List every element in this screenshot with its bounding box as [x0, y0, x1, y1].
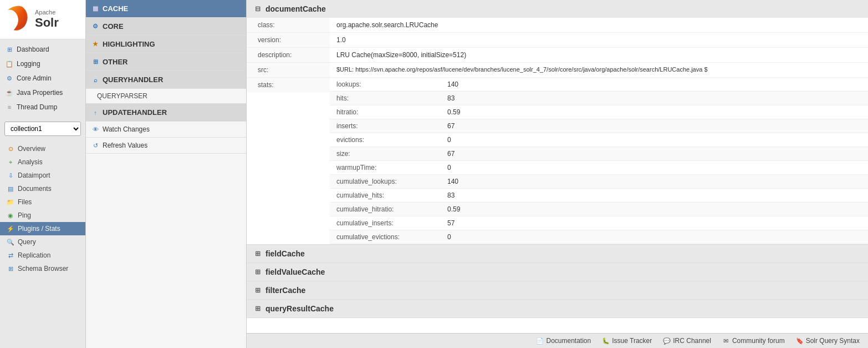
stat-row-warmup: warmupTime: 0: [330, 161, 868, 175]
other-label: OTHER: [103, 58, 128, 66]
document-cache-section: ⊟ documentCache class: org.apache.solr.s…: [247, 0, 868, 245]
document-cache-header[interactable]: ⊟ documentCache: [247, 0, 868, 18]
main-nav: ⊞ Dashboard 📋 Logging ⚙ Core Admin ☕ Jav…: [0, 39, 85, 117]
version-label: version:: [247, 33, 330, 47]
collection-nav-replication[interactable]: ⇄ Replication: [0, 249, 85, 262]
sidebar-item-dashboard[interactable]: ⊞ Dashboard: [0, 42, 85, 57]
syntax-icon: 🔖: [796, 337, 804, 345]
cum-lookups-key: cumulative_lookups:: [330, 175, 441, 188]
watch-changes-action[interactable]: 👁 Watch Changes: [86, 122, 246, 138]
core-header[interactable]: ⚙ CORE: [86, 18, 246, 35]
left-sidebar: Apache Solr ⊞ Dashboard 📋 Logging ⚙ Core…: [0, 0, 86, 348]
sidebar-item-core-admin[interactable]: ⚙ Core Admin: [0, 71, 85, 85]
apache-label: Apache: [35, 9, 59, 16]
filter-cache-header[interactable]: ⊞ filterCache: [247, 281, 868, 299]
stats-label: stats:: [247, 78, 330, 92]
field-value-cache-title: fieldValueCache: [265, 268, 325, 276]
analysis-icon: ⌖: [7, 158, 14, 166]
solr-query-syntax-link[interactable]: 🔖 Solr Query Syntax: [796, 337, 860, 345]
files-icon: 📁: [7, 198, 14, 206]
cache-row-src: src: $URL: https://svn.apache.org/repos/…: [247, 63, 868, 78]
collection-nav-dataimport[interactable]: ⇩ Dataimport: [0, 169, 85, 182]
collection-nav-documents[interactable]: ▤ Documents: [0, 182, 85, 195]
collection-nav-schema-browser[interactable]: ⊞ Schema Browser: [0, 262, 85, 275]
stat-row-cum-evictions: cumulative_evictions: 0: [330, 230, 868, 244]
warmup-val: 0: [441, 161, 458, 174]
sidebar-item-thread-dump[interactable]: ≡ Thread Dump: [0, 100, 85, 114]
community-forum-link[interactable]: ✉ Community forum: [722, 337, 785, 345]
nav-label: Dataimport: [18, 172, 50, 179]
issue-tracker-link[interactable]: 🐛 Issue Tracker: [602, 337, 652, 345]
logo-area: Apache Solr: [0, 0, 85, 39]
irc-icon: 💬: [663, 337, 671, 345]
main-content: ⊟ documentCache class: org.apache.solr.s…: [247, 0, 868, 348]
lookups-key: lookups:: [330, 78, 441, 91]
updatehandler-section: ↑ UPDATEHANDLER: [86, 104, 246, 122]
collection-nav-plugins-stats[interactable]: ⚡ Plugins / Stats: [0, 222, 85, 235]
cum-hits-val: 83: [441, 189, 461, 202]
documents-icon: ▤: [7, 185, 14, 193]
query-result-cache-section: ⊞ queryResultCache: [247, 300, 868, 318]
size-key: size:: [330, 147, 441, 160]
content-area: ⊟ documentCache class: org.apache.solr.s…: [247, 0, 868, 333]
class-value: org.apache.solr.search.LRUCache: [330, 18, 868, 32]
collection-nav-ping[interactable]: ◉ Ping: [0, 209, 85, 222]
sidebar-item-logging[interactable]: 📋 Logging: [0, 57, 85, 71]
filter-cache-title: filterCache: [265, 286, 305, 295]
queryhandler-label: QUERYHANDLER: [103, 75, 163, 84]
collection-nav-query[interactable]: 🔍 Query: [0, 235, 85, 249]
queryparser-label: QUERYPARSER: [97, 92, 147, 100]
collection-nav-overview[interactable]: ⊙ Overview: [0, 142, 85, 155]
ping-icon: ◉: [7, 211, 14, 219]
field-value-cache-header[interactable]: ⊞ fieldValueCache: [247, 263, 868, 281]
refresh-icon: ↺: [91, 142, 99, 149]
nav-label: Plugins / Stats: [18, 225, 60, 233]
collection-nav-files[interactable]: 📁 Files: [0, 195, 85, 209]
hitratio-key: hitratio:: [330, 105, 441, 119]
middle-panel: ▦ CACHE ⚙ CORE ★ HIGHLIGHTING ⊞ OTHER: [86, 0, 247, 348]
query-result-cache-header[interactable]: ⊞ queryResultCache: [247, 300, 868, 317]
class-label: class:: [247, 18, 330, 32]
updatehandler-header[interactable]: ↑ UPDATEHANDLER: [86, 104, 246, 121]
description-value: LRU Cache(maxSize=8000, initialSize=512): [330, 48, 868, 62]
highlighting-label: HIGHLIGHTING: [103, 40, 155, 48]
nav-label: Ping: [18, 211, 31, 219]
field-cache-title: fieldCache: [265, 249, 305, 258]
other-section: ⊞ OTHER: [86, 53, 246, 71]
collection-select[interactable]: collection1: [4, 122, 81, 136]
solr-query-syntax-label: Solr Query Syntax: [806, 337, 860, 345]
fieldvalue-expand-icon: ⊞: [253, 268, 262, 276]
stat-row-lookups: lookups: 140: [330, 78, 868, 92]
irc-channel-link[interactable]: 💬 IRC Channel: [663, 337, 711, 345]
queryparser-section: QUERYPARSER: [86, 89, 246, 104]
doc-icon: 📄: [536, 337, 544, 345]
cum-evictions-key: cumulative_evictions:: [330, 230, 441, 244]
sidebar-item-label: Dashboard: [17, 46, 49, 53]
plugins-icon: ⚡: [7, 225, 14, 233]
sidebar-item-label: Java Properties: [17, 89, 63, 97]
nav-label: Analysis: [18, 158, 43, 166]
collection-nav-analysis[interactable]: ⌖ Analysis: [0, 155, 85, 169]
other-header[interactable]: ⊞ OTHER: [86, 53, 246, 70]
queryhandler-icon: ⌕: [91, 76, 99, 84]
cum-hits-key: cumulative_hits:: [330, 189, 441, 202]
queryparser-item[interactable]: QUERYPARSER: [86, 89, 246, 103]
nav-label: Schema Browser: [18, 265, 68, 273]
documentation-link[interactable]: 📄 Documentation: [536, 337, 591, 345]
src-value: $URL: https://svn.apache.org/repos/asf/l…: [330, 63, 868, 77]
footer: 📄 Documentation 🐛 Issue Tracker 💬 IRC Ch…: [247, 333, 868, 348]
refresh-values-action[interactable]: ↺ Refresh Values: [86, 138, 246, 154]
hits-key: hits:: [330, 92, 441, 105]
warmup-key: warmupTime:: [330, 161, 441, 174]
sidebar-item-label: Logging: [17, 60, 40, 68]
sidebar-item-label: Thread Dump: [17, 103, 57, 111]
sidebar-item-java-properties[interactable]: ☕ Java Properties: [0, 85, 85, 100]
queryhandler-header[interactable]: ⌕ QUERYHANDLER: [86, 71, 246, 88]
highlighting-header[interactable]: ★ HIGHLIGHTING: [86, 36, 246, 53]
src-label: src:: [247, 63, 330, 77]
cache-row-version: version: 1.0: [247, 33, 868, 48]
stat-row-hits: hits: 83: [330, 92, 868, 105]
field-cache-header[interactable]: ⊞ fieldCache: [247, 245, 868, 263]
cache-header[interactable]: ▦ CACHE: [86, 0, 246, 17]
nav-label: Query: [18, 238, 36, 246]
